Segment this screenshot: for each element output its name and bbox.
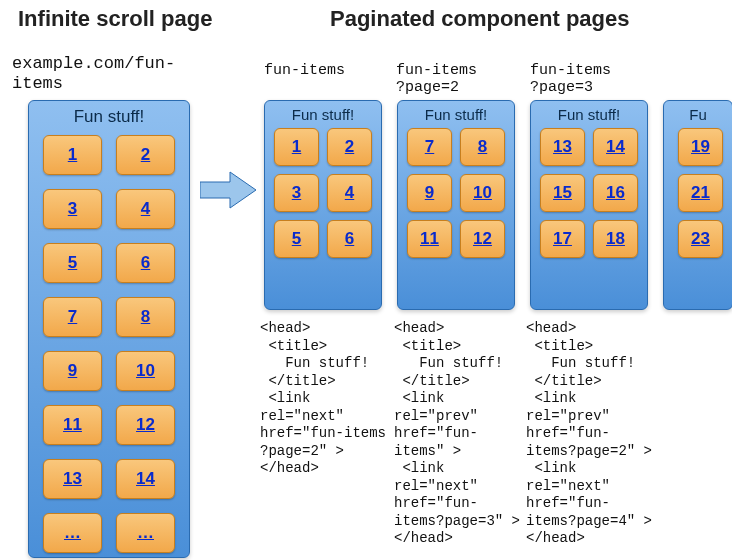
list-item[interactable]: … — [43, 513, 102, 553]
list-item[interactable]: 11 — [43, 405, 102, 445]
page-items-grid: 19 21 23 — [664, 125, 732, 267]
panel-title: Fun stuff! — [29, 101, 189, 131]
list-item[interactable]: 11 — [407, 220, 452, 258]
page-panel-1: Fun stuff! 1 2 3 4 5 6 — [264, 100, 382, 310]
list-item[interactable]: 21 — [678, 174, 723, 212]
infinite-scroll-panel: Fun stuff! 1 2 3 4 5 6 7 8 9 10 11 12 13… — [28, 100, 190, 558]
page-panel-3: Fun stuff! 13 14 15 16 17 18 — [530, 100, 648, 310]
code-snippet-page-3: <head> <title> Fun stuff! </title> <link… — [526, 320, 652, 548]
list-item[interactable]: 4 — [116, 189, 175, 229]
list-item[interactable]: 9 — [407, 174, 452, 212]
panel-title: Fun stuff! — [531, 101, 647, 125]
list-item[interactable]: 14 — [593, 128, 638, 166]
list-item[interactable]: 16 — [593, 174, 638, 212]
list-item[interactable]: 17 — [540, 220, 585, 258]
list-item[interactable]: 13 — [540, 128, 585, 166]
list-item[interactable]: 2 — [327, 128, 372, 166]
panel-title: Fun stuff! — [398, 101, 514, 125]
list-item[interactable]: 6 — [327, 220, 372, 258]
list-item[interactable]: 1 — [274, 128, 319, 166]
list-item[interactable]: 13 — [43, 459, 102, 499]
code-snippet-page-2: <head> <title> Fun stuff! </title> <link… — [394, 320, 520, 548]
list-item[interactable]: 10 — [116, 351, 175, 391]
code-snippet-page-1: <head> <title> Fun stuff! </title> <link… — [260, 320, 386, 478]
list-item[interactable]: 6 — [116, 243, 175, 283]
url-page-1: fun-items — [264, 62, 345, 79]
svg-marker-0 — [200, 172, 256, 208]
list-item[interactable]: 2 — [116, 135, 175, 175]
list-item[interactable]: 8 — [116, 297, 175, 337]
page-items-grid: 13 14 15 16 17 18 — [531, 125, 647, 267]
list-item[interactable]: 7 — [43, 297, 102, 337]
list-item[interactable]: 9 — [43, 351, 102, 391]
heading-paginated: Paginated component pages — [330, 6, 630, 32]
list-item[interactable]: 4 — [327, 174, 372, 212]
list-item[interactable]: 8 — [460, 128, 505, 166]
list-item[interactable]: 3 — [43, 189, 102, 229]
list-item[interactable]: … — [116, 513, 175, 553]
url-page-2: fun-items ?page=2 — [396, 62, 477, 97]
list-item[interactable]: 5 — [274, 220, 319, 258]
infinite-items-grid: 1 2 3 4 5 6 7 8 9 10 11 12 13 14 … … — [29, 131, 189, 560]
list-item[interactable]: 12 — [116, 405, 175, 445]
url-page-3: fun-items ?page=3 — [530, 62, 611, 97]
list-item[interactable]: 12 — [460, 220, 505, 258]
list-item[interactable]: 19 — [678, 128, 723, 166]
list-item[interactable]: 5 — [43, 243, 102, 283]
list-item[interactable]: 7 — [407, 128, 452, 166]
list-item[interactable]: 23 — [678, 220, 723, 258]
list-item[interactable]: 10 — [460, 174, 505, 212]
list-item[interactable]: 15 — [540, 174, 585, 212]
list-item[interactable]: 18 — [593, 220, 638, 258]
page-items-grid: 1 2 3 4 5 6 — [265, 125, 381, 267]
list-item[interactable]: 3 — [274, 174, 319, 212]
page-items-grid: 7 8 9 10 11 12 — [398, 125, 514, 267]
page-panel-4-clipped: Fu 19 21 23 — [663, 100, 732, 310]
url-infinite: example.com/fun- items — [12, 54, 175, 95]
panel-title: Fun stuff! — [265, 101, 381, 125]
panel-title: Fu — [664, 101, 732, 125]
arrow-right-icon — [200, 170, 256, 210]
heading-infinite-scroll: Infinite scroll page — [18, 6, 212, 32]
page-panel-2: Fun stuff! 7 8 9 10 11 12 — [397, 100, 515, 310]
list-item[interactable]: 14 — [116, 459, 175, 499]
list-item[interactable]: 1 — [43, 135, 102, 175]
